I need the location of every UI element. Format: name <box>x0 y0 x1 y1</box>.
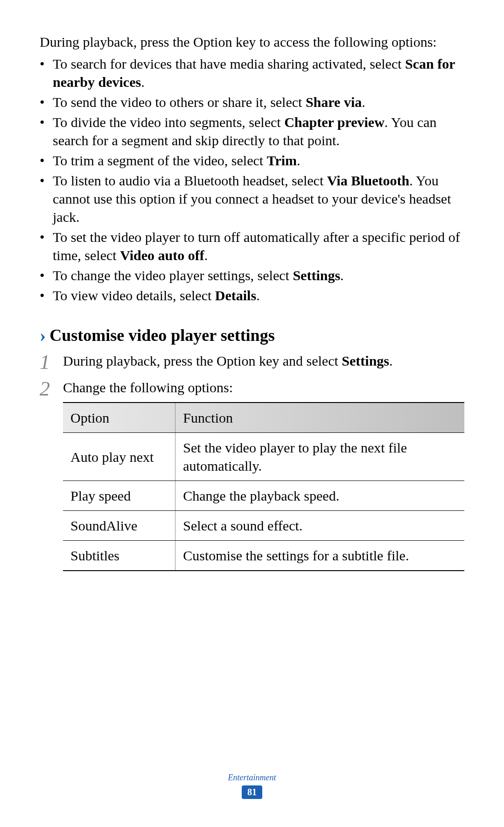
table-cell-option: Play speed <box>63 481 175 511</box>
bullet-item: To view video details, select Details. <box>40 286 464 304</box>
table-row: Subtitles Customise the settings for a s… <box>63 541 464 571</box>
page-footer: Entertainment 81 <box>0 773 504 799</box>
bullet-pre: To set the video player to turn off auto… <box>53 229 460 263</box>
step-item: 2 Change the following options: Option F… <box>40 378 464 571</box>
bullet-pre: To divide the video into segments, selec… <box>53 114 284 130</box>
bullet-item: To listen to audio via a Bluetooth heads… <box>40 171 464 226</box>
bullet-pre: To listen to audio via a Bluetooth heads… <box>53 173 327 188</box>
bullet-bold: Details <box>215 288 256 303</box>
section-heading: › Customise video player settings <box>40 324 464 346</box>
table-header-function: Function <box>175 403 464 433</box>
bullet-post: . <box>141 74 145 90</box>
bullet-pre: To change the video player settings, sel… <box>53 268 293 283</box>
step-pre: Change the following options: <box>63 380 233 395</box>
bullet-bold: Via Bluetooth <box>327 173 409 188</box>
intro-text: During playback, press the Option key to… <box>40 33 464 51</box>
bullet-post: . <box>256 288 260 303</box>
settings-table: Option Function Auto play next Set the v… <box>63 402 464 571</box>
step-post: . <box>389 353 393 368</box>
table-row: Auto play next Set the video player to p… <box>63 433 464 481</box>
bullet-post: . <box>362 94 365 110</box>
bullet-item: To divide the video into segments, selec… <box>40 113 464 149</box>
chevron-icon: › <box>40 324 46 346</box>
step-list: 1 During playback, press the Option key … <box>40 352 464 571</box>
bullet-bold: Chapter preview <box>284 114 385 130</box>
table-cell-function: Set the video player to play the next fi… <box>175 433 464 481</box>
bullet-post: . <box>204 247 208 263</box>
step-number: 1 <box>40 349 50 375</box>
step-bold: Settings <box>342 353 389 368</box>
bullet-post: . <box>297 153 301 168</box>
table-cell-option: Auto play next <box>63 433 175 481</box>
table-cell-function: Select a sound effect. <box>175 511 464 541</box>
bullet-item: To set the video player to turn off auto… <box>40 228 464 264</box>
bullet-item: To send the video to others or share it,… <box>40 93 464 111</box>
bullet-post: . <box>340 268 344 283</box>
bullet-pre: To search for devices that have media sh… <box>53 56 405 71</box>
heading-text: Customise video player settings <box>49 325 274 345</box>
bullet-item: To trim a segment of the video, select T… <box>40 151 464 170</box>
bullet-bold: Trim <box>267 153 297 168</box>
bullet-bold: Video auto off <box>120 247 204 263</box>
bullet-item: To search for devices that have media sh… <box>40 55 464 91</box>
page-number: 81 <box>242 785 262 799</box>
bullet-item: To change the video player settings, sel… <box>40 266 464 284</box>
table-row: Play speed Change the playback speed. <box>63 481 464 511</box>
option-bullet-list: To search for devices that have media sh… <box>40 55 464 304</box>
bullet-bold: Share via <box>306 94 362 110</box>
table-row: SoundAlive Select a sound effect. <box>63 511 464 541</box>
table-cell-function: Change the playback speed. <box>175 481 464 511</box>
bullet-pre: To send the video to others or share it,… <box>53 94 306 110</box>
table-cell-option: Subtitles <box>63 541 175 571</box>
table-cell-option: SoundAlive <box>63 511 175 541</box>
table-cell-function: Customise the settings for a subtitle fi… <box>175 541 464 571</box>
step-number: 2 <box>40 375 50 402</box>
footer-category: Entertainment <box>0 773 504 783</box>
step-item: 1 During playback, press the Option key … <box>40 352 464 370</box>
table-header-option: Option <box>63 403 175 433</box>
bullet-pre: To trim a segment of the video, select <box>53 153 267 168</box>
bullet-pre: To view video details, select <box>53 288 215 303</box>
table-header-row: Option Function <box>63 403 464 433</box>
step-pre: During playback, press the Option key an… <box>63 353 342 368</box>
bullet-bold: Settings <box>293 268 340 283</box>
